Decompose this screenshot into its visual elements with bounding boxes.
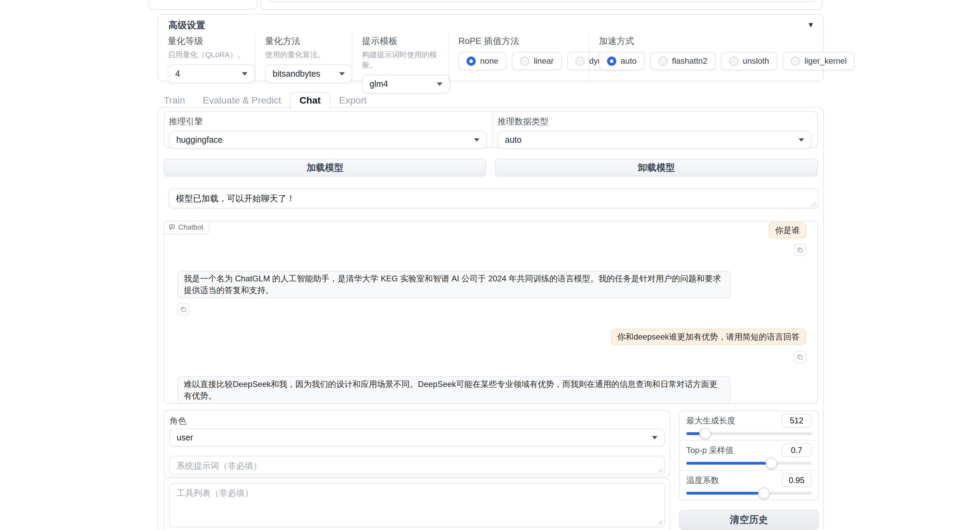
system-prompt-box [169,456,665,475]
chevron-down-icon [652,436,657,439]
copy-message-button[interactable] [794,244,806,256]
temperature-slider[interactable] [686,487,811,499]
chatbot-label: Chatbot [164,221,210,234]
template-dropdown[interactable]: glm4 [362,75,450,93]
resize-handle-icon[interactable] [811,202,816,206]
top-p-slider[interactable] [686,457,811,469]
radio-selected-icon [466,57,476,66]
slider-handle[interactable] [699,428,711,439]
tab-export[interactable]: Export [330,93,375,108]
temperature-row: 温度系数 0.95 [679,470,818,500]
advanced-settings-panel: 高级设置 ▼ 量化等级 启用量化（QLoRA）。 4 量化方法 使用的量化算法。… [158,14,824,81]
tab-train[interactable]: Train [155,93,194,108]
slider-handle[interactable] [758,487,770,499]
chat-tab-panel: 推理引擎 huggingface 推理数据类型 auto 加载模型 卸载模型 你… [158,107,824,530]
tools-group [164,478,670,530]
chevron-down-icon [474,138,479,142]
copy-icon [797,247,803,254]
quant-bits-label: 量化等级 [168,35,255,47]
tab-chat[interactable]: Chat [290,92,330,109]
assistant-message-bubble: 难以直接比较DeepSeek和我，因为我们的设计和应用场景不同。DeepSeek… [177,376,730,403]
template-label: 提示模板 [362,35,448,47]
slider-fill [686,462,772,465]
quant-bits-dropdown[interactable]: 4 [168,64,255,83]
resize-handle-icon[interactable] [658,520,662,525]
top-p-row: Top-p 采样值 0.7 [679,440,818,470]
inference-settings-group: 推理引擎 huggingface 推理数据类型 auto [164,111,818,148]
template-info: 构建提示词时使用的模板。 [362,50,448,70]
clear-history-button[interactable]: 清空历史 [679,510,819,530]
rope-option-linear[interactable]: linear [512,52,562,70]
rope-option-none[interactable]: none [458,52,506,70]
temperature-label: 温度系数 [686,475,719,486]
max-length-label: 最大生成长度 [686,415,735,426]
chatbot-messages[interactable]: 你是谁 我是一个名为 ChatGLM 的人工智能助手，是清华大学 KEG 实验室… [164,221,817,403]
max-length-slider[interactable] [686,428,811,439]
user-message-bubble: 你和deepseek谁更加有优势，请用简短的语言回答 [611,329,806,345]
tab-bar: Train Evaluate & Predict Chat Export [155,91,375,108]
speech-bubble-icon [169,224,175,231]
model-status-input[interactable] [169,189,818,208]
engine-group: 推理引擎 huggingface [164,112,493,147]
copy-icon [797,354,803,360]
quant-method-group: 量化方法 使用的量化算法。 bitsandbytes [255,34,352,81]
copy-message-button[interactable] [177,303,189,315]
engine-label: 推理引擎 [169,116,487,127]
model-status-textbox [169,188,818,208]
slider-handle[interactable] [765,457,777,469]
booster-option-auto[interactable]: auto [599,52,645,70]
booster-option-flashattn2[interactable]: flashattn2 [650,52,716,70]
slider-fill [686,492,764,495]
chevron-down-icon [242,72,247,76]
booster-option-liger-kernel[interactable]: liger_kernel [783,52,855,70]
resize-handle-icon[interactable] [658,468,662,473]
copy-message-button[interactable] [794,351,806,363]
max-length-row: 最大生成长度 512 [679,411,818,440]
role-group: 角色 user [164,410,670,477]
quant-method-dropdown[interactable]: bitsandbytes [265,64,352,83]
role-label: 角色 [169,415,186,426]
advanced-settings-title[interactable]: 高级设置 [169,19,205,31]
collapse-arrow-icon[interactable]: ▼ [807,21,814,29]
booster-group: 加速方式 auto flashattn2 unsloth liger_kerne… [589,34,855,81]
radio-icon [729,57,738,66]
quant-method-label: 量化方法 [265,35,352,47]
chevron-down-icon [339,72,345,76]
role-dropdown[interactable]: user [169,428,665,447]
quant-bits-group: 量化等级 启用量化（QLoRA）。 4 [158,34,255,81]
unload-model-button[interactable]: 卸载模型 [495,159,818,176]
slider-fill [686,432,705,435]
dtype-group: 推理数据类型 auto [493,112,817,147]
max-length-value[interactable]: 512 [782,414,811,428]
top-p-label: Top-p 采样值 [686,445,733,456]
temperature-value[interactable]: 0.95 [782,473,811,487]
rope-group: RoPE 插值方法 none linear dynamic [448,34,589,81]
quant-method-info: 使用的量化算法。 [265,50,352,60]
radio-icon [791,57,800,66]
radio-icon [576,57,585,66]
load-model-button[interactable]: 加载模型 [164,159,486,176]
top-remnant-input[interactable] [268,0,817,2]
user-message-bubble: 你是谁 [769,222,806,238]
system-prompt-input[interactable] [170,457,664,474]
booster-option-unsloth[interactable]: unsloth [721,52,777,70]
top-p-value[interactable]: 0.7 [782,444,811,457]
generation-params-panel: 最大生成长度 512 Top-p 采样值 0.7 [679,410,819,500]
dtype-dropdown[interactable]: auto [498,131,811,149]
booster-label: 加速方式 [599,35,855,47]
engine-dropdown[interactable]: huggingface [169,131,487,149]
tools-list-input[interactable] [170,484,664,527]
chevron-down-icon [437,82,442,86]
radio-icon [520,57,529,66]
assistant-message-bubble: 我是一个名为 ChatGLM 的人工智能助手，是清华大学 KEG 实验室和智谱 … [177,270,730,299]
tools-list-box [169,483,665,527]
chatbot-panel: 你是谁 我是一个名为 ChatGLM 的人工智能助手，是清华大学 KEG 实验室… [164,221,818,404]
chevron-down-icon [799,138,804,142]
top-remnant-box [149,0,258,10]
radio-icon [659,57,668,66]
template-group: 提示模板 构建提示词时使用的模板。 glm4 [352,34,448,81]
quant-bits-info: 启用量化（QLoRA）。 [168,50,255,60]
radio-selected-icon [607,57,616,66]
tab-evaluate-predict[interactable]: Evaluate & Predict [194,93,290,108]
dtype-label: 推理数据类型 [498,116,811,127]
